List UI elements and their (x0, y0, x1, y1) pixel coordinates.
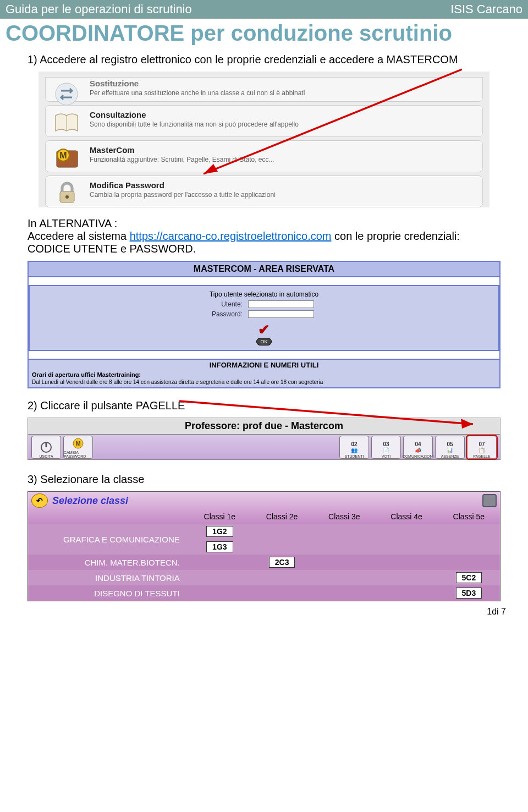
pass-input[interactable] (248, 310, 314, 318)
svg-text:M: M (75, 440, 80, 447)
card-title: Consultazione (90, 110, 477, 119)
alt-intro: In ALTERNATIVA : (28, 217, 501, 230)
menu-card-consultazione[interactable]: Consultazione Sono disponibili tutte le … (45, 105, 483, 137)
carcano-link[interactable]: https://carcano-co.registroelettronico.c… (130, 230, 332, 242)
svg-point-0 (56, 83, 78, 105)
col-5e: Classi 5e (438, 509, 500, 524)
check-icon: ✔ (258, 321, 270, 338)
row-tessuti: DISEGNO DI TESSUTI (28, 585, 189, 601)
pagelle-button[interactable]: 07📋 PAGELLE (467, 436, 497, 459)
studenti-icon: 02👥 (347, 441, 361, 453)
card-sub: Cambia la propria password per l'accesso… (90, 191, 477, 199)
assenze-button[interactable]: 05📊 ASSENZE (435, 436, 465, 459)
card-sub: Per effettuare una sostituzione anche in… (90, 89, 477, 97)
row-grafica: GRAFICA E COMUNICAZIONE (28, 524, 189, 555)
login-auto: Tipo utente selezionato in automatico (207, 290, 321, 299)
class-2c3-button[interactable]: 2C3 (269, 557, 295, 568)
class-1g2-button[interactable]: 1G2 (206, 526, 233, 537)
class-selection-screenshot: ↶ Selezione classi Classi 1e Classi 2e C… (28, 491, 501, 601)
menu-card-sostituzione[interactable]: Sostituzione Per effettuare una sostituz… (45, 77, 483, 102)
menu-card-mastercom[interactable]: M MasterCom Funzionalità aggiuntive: Scr… (45, 140, 483, 172)
user-label: Utente: (207, 300, 245, 309)
col-2e: Classi 2e (251, 509, 313, 524)
col-1e: Classi 1e (189, 509, 251, 524)
card-sub: Sono disponibili tutte le funzionalità m… (90, 120, 477, 128)
cambia-password-button[interactable]: M CAMBIA PASSWORD (63, 436, 93, 459)
voti-icon: 03📄 (379, 441, 393, 453)
info-detail: Dal Lunedì al Venerdì dalle ore 8 alle o… (29, 379, 499, 387)
card-title: Modifica Password (90, 180, 477, 190)
professor-toolbar-screenshot: Professore: prof due - Mastercom USCITA … (28, 418, 501, 460)
doc-header-left: Guida per le operazioni di scrutinio (6, 2, 192, 17)
selezione-classi-title: Selezione classi (52, 495, 128, 507)
prof-header: Professore: prof due - Mastercom (28, 418, 501, 435)
mastercom-small-icon: M (71, 437, 85, 449)
login-header: MASTERCOM - AREA RISERVATA (29, 262, 499, 277)
user-input[interactable] (248, 300, 314, 308)
class-5d3-button[interactable]: 5D3 (456, 588, 482, 599)
card-title: Sostituzione (90, 79, 477, 88)
step-3-text: 3) Selezionare la classe (28, 473, 501, 486)
card-sub: Funzionalità aggiuntive: Scrutini, Pagel… (90, 156, 477, 163)
col-3e: Classi 3e (313, 509, 375, 524)
main-title: COORDINATORE per conduzione scrutinio (0, 19, 528, 50)
row-tintoria: INDUSTRIA TINTORIA (28, 570, 189, 585)
class-5c2-button[interactable]: 5C2 (456, 572, 482, 583)
class-1g3-button[interactable]: 1G3 (206, 541, 233, 552)
mastercom-icon: M (52, 145, 81, 169)
pagelle-icon: 07📋 (475, 441, 489, 453)
card-title: MasterCom (90, 145, 477, 155)
login-screenshot: MASTERCOM - AREA RISERVATA Tipo utente s… (28, 261, 501, 388)
assenze-icon: 05📊 (443, 441, 457, 453)
uscita-button[interactable]: USCITA (31, 436, 61, 459)
alt-text-a: Accedere al sistema (28, 230, 130, 242)
back-icon[interactable]: ↶ (31, 493, 48, 508)
svg-text:M: M (59, 151, 67, 160)
ok-button[interactable]: OK (256, 338, 271, 345)
comunicazioni-button[interactable]: 04📣 COMUNICAZIONI (403, 436, 433, 459)
comm-icon: 04📣 (411, 441, 425, 453)
pass-label: Password: (207, 310, 245, 319)
exit-icon (39, 441, 53, 453)
menu-card-password[interactable]: Modifica Password Cambia la propria pass… (45, 175, 483, 207)
doc-header-right: ISIS Carcano (450, 2, 522, 17)
row-chim: CHIM. MATER.BIOTECN. (28, 555, 189, 570)
col-4e: Classi 4e (375, 509, 437, 524)
svg-point-5 (65, 195, 69, 199)
info-header: INFORMAZIONI E NUMERI UTILI (29, 360, 499, 370)
book-icon (52, 110, 81, 134)
voti-button[interactable]: 03📄 VOTI (371, 436, 401, 459)
info-orari: Orari di apertura uffici Mastertraining: (29, 370, 499, 379)
gear-icon[interactable] (482, 494, 497, 507)
mastercom-menu-screenshot: Sostituzione Per effettuare una sostituz… (38, 72, 490, 207)
page-number: 1di 7 (0, 601, 528, 623)
arrows-icon (52, 82, 81, 106)
step-1-text: 1) Accedere al registro elettronico con … (28, 53, 501, 66)
step-2-text: 2) Cliccare il pulsante PAGELLE (28, 399, 501, 412)
studenti-button[interactable]: 02👥 STUDENTI (339, 436, 369, 459)
lock-icon (52, 180, 81, 205)
